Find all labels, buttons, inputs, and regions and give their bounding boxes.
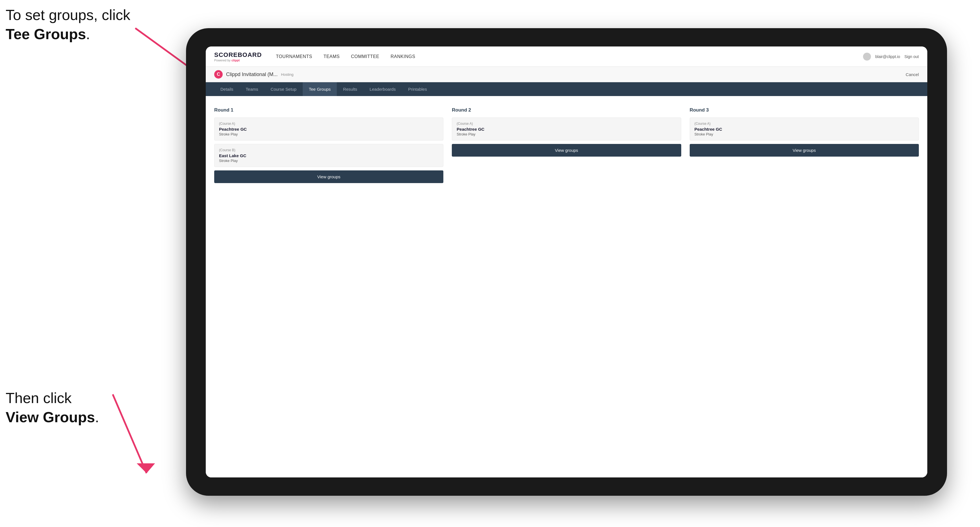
round-1-course-b-label: (Course B) — [219, 148, 439, 152]
tab-navigation: Details Teams Course Setup Tee Groups Re… — [206, 82, 927, 96]
instruction-period-top: . — [86, 26, 90, 42]
round-1-course-b-card: (Course B) East Lake GC Stroke Play — [214, 144, 443, 167]
tab-teams[interactable]: Teams — [240, 82, 264, 96]
nav-tournaments[interactable]: TOURNAMENTS — [276, 54, 312, 59]
round-3-course-a-label: (Course A) — [695, 122, 914, 125]
instruction-top: To set groups, click Tee Groups. — [6, 6, 130, 44]
svg-line-2 — [113, 394, 146, 473]
logo-text: SCOREBOARD — [214, 51, 262, 59]
user-avatar — [863, 53, 871, 60]
round-1-column: Round 1 (Course A) Peachtree GC Stroke P… — [214, 107, 443, 183]
tab-details[interactable]: Details — [214, 82, 240, 96]
round-3-title: Round 3 — [690, 107, 919, 113]
cancel-button[interactable]: Cancel — [905, 72, 919, 77]
round-2-view-groups-button[interactable]: View groups — [452, 144, 681, 157]
round-3-course-a-card: (Course A) Peachtree GC Stroke Play — [690, 117, 919, 141]
tab-course-setup[interactable]: Course Setup — [264, 82, 303, 96]
tournament-logo: C — [214, 70, 223, 79]
logo-area: SCOREBOARD Powered by clippt — [214, 51, 262, 62]
instruction-top-line1: To set groups, click — [6, 7, 130, 23]
round-1-title: Round 1 — [214, 107, 443, 113]
tab-leaderboards[interactable]: Leaderboards — [363, 82, 402, 96]
round-1-course-a-format: Stroke Play — [219, 132, 439, 137]
round-3-course-a-format: Stroke Play — [695, 132, 914, 137]
tab-results[interactable]: Results — [337, 82, 363, 96]
logo-sub: Powered by clippt — [214, 59, 262, 62]
tablet-frame: SCOREBOARD Powered by clippt TOURNAMENTS… — [186, 28, 947, 496]
round-3-view-groups-button[interactable]: View groups — [690, 144, 919, 157]
tournament-title: C Clippd Invitational (M... Hosting — [214, 70, 293, 79]
round-1-course-a-name: Peachtree GC — [219, 127, 439, 132]
tab-tee-groups[interactable]: Tee Groups — [303, 82, 337, 96]
round-1-course-a-card: (Course A) Peachtree GC Stroke Play — [214, 117, 443, 141]
tab-printables[interactable]: Printables — [402, 82, 433, 96]
round-1-course-a-label: (Course A) — [219, 122, 439, 125]
hosting-badge: Hosting — [281, 72, 293, 76]
sign-out-link[interactable]: Sign out — [904, 54, 919, 59]
round-2-course-a-card: (Course A) Peachtree GC Stroke Play — [452, 117, 681, 141]
round-1-course-b-format: Stroke Play — [219, 159, 439, 163]
nav-rankings[interactable]: RANKINGS — [391, 54, 415, 59]
round-2-course-a-name: Peachtree GC — [457, 127, 676, 132]
round-2-title: Round 2 — [452, 107, 681, 113]
round-2-course-a-format: Stroke Play — [457, 132, 676, 137]
tournament-name: Clippd Invitational (M... — [226, 71, 278, 78]
svg-marker-3 — [137, 464, 155, 473]
top-navigation: SCOREBOARD Powered by clippt TOURNAMENTS… — [206, 46, 927, 67]
user-email: blair@clippt.io — [875, 54, 900, 59]
instruction-bottom: Then click View Groups. — [6, 389, 99, 427]
round-3-course-a-name: Peachtree GC — [695, 127, 914, 132]
round-3-column: Round 3 (Course A) Peachtree GC Stroke P… — [690, 107, 919, 183]
nav-committee[interactable]: COMMITTEE — [351, 54, 379, 59]
sub-header: C Clippd Invitational (M... Hosting Canc… — [206, 67, 927, 82]
nav-links: TOURNAMENTS TEAMS COMMITTEE RANKINGS — [276, 54, 863, 59]
tablet-screen: SCOREBOARD Powered by clippt TOURNAMENTS… — [206, 46, 927, 478]
round-1-course-b-name: East Lake GC — [219, 153, 439, 158]
instruction-period-bottom: . — [95, 409, 99, 425]
content-area: Round 1 (Course A) Peachtree GC Stroke P… — [206, 96, 927, 478]
round-1-view-groups-button[interactable]: View groups — [214, 170, 443, 183]
view-groups-highlight: View Groups — [6, 409, 95, 425]
nav-right: blair@clippt.io Sign out — [863, 53, 919, 60]
nav-teams[interactable]: TEAMS — [324, 54, 340, 59]
tee-groups-highlight: Tee Groups — [6, 26, 86, 42]
round-2-course-a-label: (Course A) — [457, 122, 676, 125]
instruction-bottom-line1: Then click — [6, 390, 72, 406]
rounds-container: Round 1 (Course A) Peachtree GC Stroke P… — [214, 107, 919, 183]
round-2-column: Round 2 (Course A) Peachtree GC Stroke P… — [452, 107, 681, 183]
